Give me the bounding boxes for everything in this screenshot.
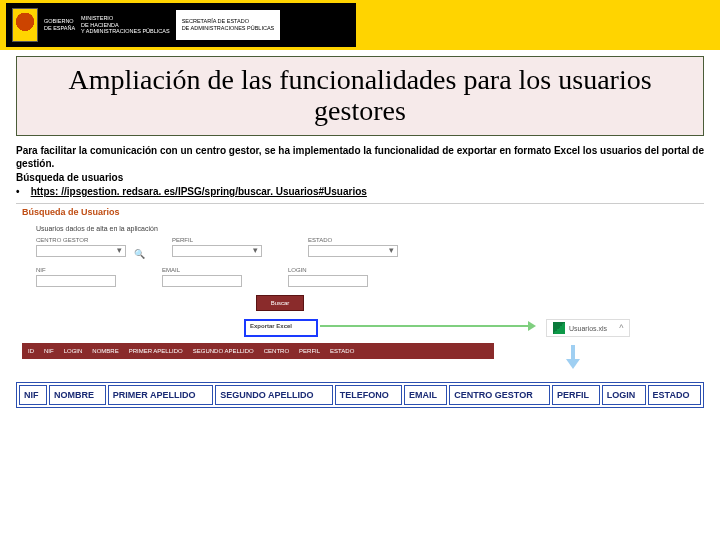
buscar-button[interactable]: Buscar [256, 295, 304, 311]
ss-subtitle: Usuarios dados de alta en la aplicación [36, 225, 158, 232]
ss-title: Búsqueda de Usuarios [22, 207, 120, 217]
slide-title-frame: Ampliación de las funcionalidades para l… [16, 56, 704, 136]
spain-emblem [12, 8, 38, 42]
col-segundo-apellido: SEGUNDO APELLIDO [215, 385, 333, 405]
col-centro-gestor: CENTRO GESTOR [449, 385, 550, 405]
slide-title: Ampliación de las funcionalidades para l… [68, 64, 651, 126]
col-primer-apellido: PRIMER APELLIDO [108, 385, 214, 405]
search-url-link[interactable]: https: //ipsgestion. redsara. es/IPSG/sp… [31, 186, 367, 197]
chevron-up-icon: ^ [619, 323, 623, 333]
input-nif[interactable] [36, 275, 116, 287]
arrow-right-icon [320, 325, 530, 327]
search-icon[interactable]: 🔍 [134, 249, 145, 259]
field-estado: ESTADO [308, 237, 398, 257]
col-nombre: NOMBRE [49, 385, 106, 405]
paragraph-intro: Para facilitar la comunicación con un ce… [16, 144, 704, 171]
gov-header-black: GOBIERNO DE ESPAÑA MINISTERIO DE HACIEND… [6, 3, 356, 47]
field-centro-gestor: CENTRO GESTOR [36, 237, 126, 257]
col-nif: NIF [19, 385, 47, 405]
col-telefono: TELEFONO [335, 385, 402, 405]
results-header-strip: ID NIF LOGIN NOMBRE PRIMER APELLIDO SEGU… [22, 343, 494, 359]
select-perfil[interactable] [172, 245, 262, 257]
col-estado: ESTADO [648, 385, 701, 405]
arrow-down-icon [566, 345, 580, 369]
field-login: LOGIN [288, 267, 368, 287]
paragraph-search: Búsqueda de usuarios [16, 171, 704, 185]
input-login[interactable] [288, 275, 368, 287]
excel-preview-table: NIF NOMBRE PRIMER APELLIDO SEGUNDO APELL… [16, 382, 704, 408]
gov-label: GOBIERNO DE ESPAÑA [44, 18, 75, 32]
secretariat-box: SECRETARÍA DE ESTADO DE ADMINISTRACIONES… [176, 10, 281, 40]
field-email: EMAIL [162, 267, 242, 287]
export-excel-button[interactable]: Exportar Excel [250, 323, 292, 329]
slide-body: Ampliación de las funcionalidades para l… [0, 50, 720, 414]
bullet-link-line: • https: //ipsgestion. redsara. es/IPSG/… [16, 186, 704, 197]
col-perfil: PERFIL [552, 385, 600, 405]
gov-header-bar: GOBIERNO DE ESPAÑA MINISTERIO DE HACIEND… [0, 0, 720, 50]
col-email: EMAIL [404, 385, 447, 405]
input-email[interactable] [162, 275, 242, 287]
ministry-label: MINISTERIO DE HACIENDA Y ADMINISTRACIONE… [81, 15, 170, 36]
download-file-chip[interactable]: Usuarios.xls ^ [546, 319, 630, 337]
bullet-dot: • [16, 186, 20, 197]
xls-icon [553, 322, 565, 334]
file-name: Usuarios.xls [569, 325, 607, 332]
select-estado[interactable] [308, 245, 398, 257]
col-login: LOGIN [602, 385, 646, 405]
field-perfil: PERFIL [172, 237, 262, 257]
field-nif: NIF [36, 267, 116, 287]
select-centro-gestor[interactable] [36, 245, 126, 257]
embedded-screenshot: Búsqueda de Usuarios Usuarios dados de a… [16, 203, 704, 378]
